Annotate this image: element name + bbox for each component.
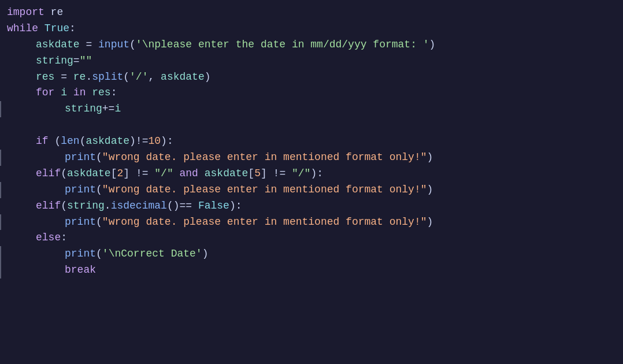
token-normal: ( <box>123 69 129 86</box>
code-line: elif(string.isdecimal()== False): <box>0 198 623 214</box>
token-normal: ) <box>427 182 433 198</box>
token-normal: ] != <box>261 166 292 182</box>
code-line: while True: <box>0 21 623 37</box>
token-normal: ( <box>129 37 136 53</box>
token-str-orange: "wrong date. please enter in mentioned f… <box>102 150 427 166</box>
token-normal <box>67 85 73 101</box>
token-normal: [ <box>248 166 254 182</box>
token-normal: ( <box>96 182 102 198</box>
code-line: string="" <box>0 53 623 69</box>
token-kw-else: else <box>36 230 61 246</box>
token-normal: = <box>54 69 73 86</box>
code-line: print('\nCorrect Date') <box>0 246 623 262</box>
token-str-orange: "wrong date. please enter in mentioned f… <box>102 214 427 231</box>
token-normal: ) <box>427 214 433 231</box>
token-num: 5 <box>254 166 261 182</box>
token-normal <box>54 85 61 101</box>
code-line <box>0 117 623 133</box>
code-line: askdate = input('\nplease enter the date… <box>0 37 623 53</box>
token-kw-import: import <box>7 5 44 21</box>
token-kw-and: and <box>180 166 198 182</box>
token-module-re: re <box>73 69 86 86</box>
code-line: print("wrong date. please enter in menti… <box>0 214 623 231</box>
token-kw-if: if <box>36 133 49 150</box>
token-normal: )!= <box>129 133 148 150</box>
token-kw-while: while <box>7 21 38 37</box>
token-var-askdate: askdate <box>205 166 249 182</box>
token-normal: ): <box>161 133 173 150</box>
token-num: 10 <box>148 133 161 150</box>
token-str-double: "/" <box>154 166 173 182</box>
token-val-false: False <box>198 198 229 214</box>
code-line: print("wrong date. please enter in menti… <box>0 182 623 198</box>
token-var-string: string <box>36 53 73 69</box>
token-normal: : <box>61 230 67 246</box>
code-line: else: <box>0 230 623 246</box>
token-normal <box>198 166 205 182</box>
token-normal: ( <box>80 133 86 150</box>
token-var-res: res <box>92 85 110 101</box>
token-normal: ( <box>96 214 102 231</box>
token-normal: ( <box>61 166 67 182</box>
token-kw-input: input <box>98 37 129 53</box>
token-normal: ( <box>49 133 61 150</box>
code-line: for i in res: <box>0 85 623 101</box>
token-var-res: res <box>36 69 54 86</box>
token-normal: , <box>148 69 161 86</box>
code-line: if (len(askdate)!=10): <box>0 133 623 150</box>
token-normal: = <box>73 53 80 69</box>
code-editor: import rewhile True:askdate = input('\np… <box>0 0 623 364</box>
code-line: import re <box>0 5 623 21</box>
token-kw-for: for <box>36 85 54 101</box>
token-kw-isdecimal: isdecimal <box>111 198 167 214</box>
token-var-askdate: askdate <box>36 37 80 53</box>
token-normal: . <box>105 198 111 214</box>
token-normal: = <box>80 37 98 53</box>
token-normal <box>38 21 44 37</box>
token-var-askdate: askdate <box>86 133 129 150</box>
token-normal: ( <box>61 198 67 214</box>
token-normal: ) <box>427 150 433 166</box>
token-var-string: string <box>67 198 105 214</box>
token-normal: ): <box>229 198 242 214</box>
token-normal: ()== <box>167 198 198 214</box>
token-normal: [ <box>111 166 117 182</box>
token-num: 2 <box>117 166 123 182</box>
token-kw-len: len <box>61 133 79 150</box>
code-line: elif(askdate[2] != "/" and askdate[5] !=… <box>0 166 623 182</box>
token-normal: ( <box>96 150 102 166</box>
token-str-orange: "wrong date. please enter in mentioned f… <box>102 182 427 198</box>
token-normal: ) <box>429 37 436 53</box>
token-kw-split: split <box>92 69 123 86</box>
token-normal <box>86 85 92 101</box>
token-normal: : <box>69 21 76 37</box>
token-val-true: True <box>44 21 69 37</box>
token-kw-print: print <box>65 214 96 231</box>
token-kw-break: break <box>65 262 96 278</box>
token-str-double: "/" <box>292 166 310 182</box>
token-var-i: i <box>61 85 67 101</box>
token-kw-in: in <box>73 85 86 101</box>
token-var-askdate: askdate <box>67 166 111 182</box>
token-var-i: i <box>114 101 121 117</box>
token-kw-print: print <box>65 246 96 262</box>
token-str-single: '\nplease enter the date in mm/dd/yyy fo… <box>136 37 429 53</box>
token-kw-elif: elif <box>36 198 61 214</box>
code-line: res = re.split('/', askdate) <box>0 69 623 86</box>
token-str-single: '\nCorrect Date' <box>102 246 202 262</box>
token-normal <box>173 166 180 182</box>
token-var-askdate: askdate <box>161 69 205 86</box>
token-kw-elif: elif <box>36 166 61 182</box>
token-str-single: '/' <box>129 69 148 86</box>
token-normal: . <box>86 69 92 86</box>
token-kw-print: print <box>65 182 96 198</box>
code-line: string+=i <box>0 101 623 117</box>
token-kw-print: print <box>65 150 96 166</box>
token-var-string: string <box>65 101 102 117</box>
code-line: print("wrong date. please enter in menti… <box>0 150 623 166</box>
token-normal: re <box>44 5 63 21</box>
code-line: break <box>0 262 623 278</box>
token-normal: : <box>111 85 117 101</box>
token-normal: ) <box>202 246 209 262</box>
token-normal: += <box>102 101 115 117</box>
